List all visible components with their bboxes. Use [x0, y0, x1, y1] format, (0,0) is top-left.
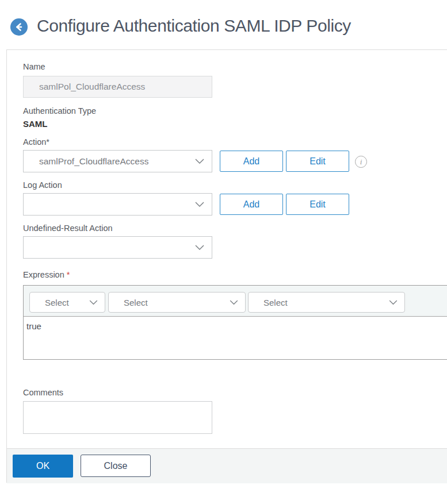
chevron-down-icon — [195, 156, 204, 167]
log-action-add-button[interactable]: Add — [220, 194, 283, 215]
comments-input[interactable] — [23, 401, 212, 434]
action-add-button[interactable]: Add — [220, 151, 283, 172]
back-button[interactable] — [10, 18, 28, 36]
ok-button[interactable]: OK — [13, 455, 73, 478]
chevron-down-icon — [195, 199, 204, 210]
page-title: Configure Authentication SAML IDP Policy — [37, 16, 351, 36]
name-input — [23, 76, 212, 98]
expression-editor: Select Select Select — [23, 285, 447, 360]
action-label: Action* — [23, 137, 49, 147]
expression-select-1[interactable]: Select — [29, 292, 105, 313]
action-select-value: samlProf_CloudflareAccess — [39, 156, 148, 167]
expression-select-1-value: Select — [45, 298, 69, 307]
form-panel: Name Authentication Type SAML Action* sa… — [6, 49, 447, 483]
close-button[interactable]: Close — [81, 455, 151, 477]
log-action-edit-button[interactable]: Edit — [286, 194, 349, 215]
comments-label: Comments — [23, 388, 63, 397]
expression-select-3-value: Select — [263, 298, 288, 307]
expression-select-2-value: Select — [124, 298, 148, 307]
chevron-down-icon — [230, 297, 238, 307]
expression-label: Expression * — [23, 270, 70, 279]
chevron-down-icon — [389, 297, 398, 307]
expression-select-3[interactable]: Select — [248, 292, 405, 313]
log-action-select[interactable] — [23, 193, 212, 216]
info-circle-icon[interactable]: i — [355, 156, 367, 168]
authentication-type-value: SAML — [23, 119, 48, 129]
expression-select-2[interactable]: Select — [108, 292, 246, 313]
expression-input[interactable]: true — [24, 317, 447, 359]
log-action-label: Log Action — [23, 180, 62, 190]
footer-bar: OK Close — [7, 448, 447, 483]
undefined-result-action-select[interactable] — [23, 236, 212, 259]
undefined-result-action-label: Undefined-Result Action — [23, 224, 113, 233]
authentication-type-label: Authentication Type — [23, 106, 96, 116]
expression-toolbar: Select Select Select — [24, 286, 447, 317]
chevron-down-icon — [89, 297, 98, 307]
required-asterisk: * — [67, 270, 70, 279]
chevron-down-icon — [195, 243, 204, 253]
arrow-left-icon — [14, 22, 24, 32]
action-select[interactable]: samlProf_CloudflareAccess — [23, 150, 212, 172]
action-edit-button[interactable]: Edit — [286, 151, 349, 172]
configure-saml-idp-policy-page: Configure Authentication SAML IDP Policy… — [0, 0, 447, 504]
name-label: Name — [23, 62, 45, 71]
